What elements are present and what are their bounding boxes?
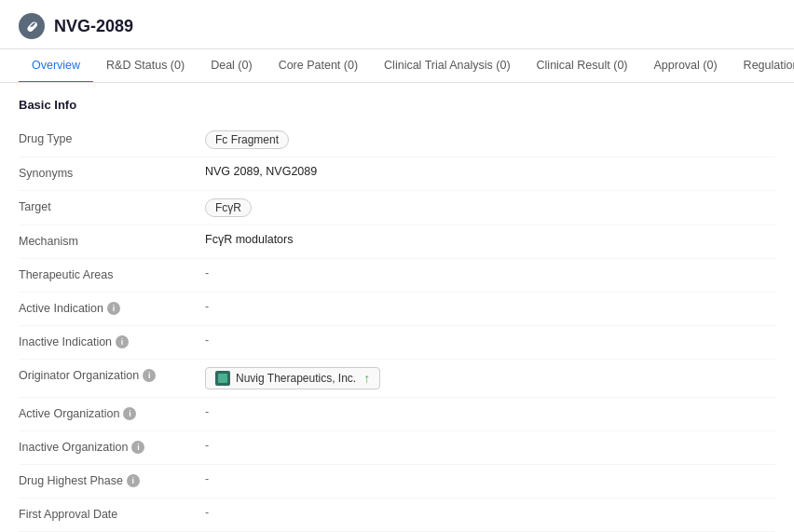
field-drug-highest-phase: Drug Highest Phase i - — [19, 465, 775, 498]
field-mechanism: Mechanism FcγR modulators — [19, 225, 775, 259]
tab-approval[interactable]: Approval (0) — [641, 49, 731, 83]
info-icon-inactive-indication[interactable]: i — [116, 335, 129, 348]
field-active-org: Active Organization i - — [19, 398, 775, 431]
field-drug-type: Drug Type Fc Fragment — [19, 123, 775, 157]
info-icon-drug-phase[interactable]: i — [127, 474, 140, 487]
tab-overview[interactable]: Overview — [19, 49, 93, 83]
value-mechanism: FcγR modulators — [205, 233, 775, 246]
field-originator-org: Originator Organization i Nuvig Therapeu… — [19, 360, 775, 398]
tab-rd-status[interactable]: R&D Status (0) — [93, 49, 198, 83]
label-drug-highest-phase: Drug Highest Phase i — [19, 472, 205, 487]
drug-type-tag[interactable]: Fc Fragment — [205, 130, 289, 149]
label-active-indication: Active Indication i — [19, 300, 205, 315]
tab-clinical-trial[interactable]: Clinical Trial Analysis (0) — [371, 49, 523, 83]
label-originator-org: Originator Organization i — [19, 367, 205, 382]
org-tag[interactable]: Nuvig Therapeutics, Inc. ↑ — [205, 367, 380, 389]
value-active-indication: - — [205, 300, 775, 313]
info-icon-active-indication[interactable]: i — [107, 302, 120, 315]
value-therapeutic-areas: - — [205, 266, 775, 280]
org-logo — [215, 371, 230, 386]
value-drug-highest-phase: - — [205, 472, 775, 485]
target-tag[interactable]: FcγR — [205, 198, 252, 217]
label-first-approval-date: First Approval Date — [19, 506, 205, 521]
tab-regulation[interactable]: Regulation (0) — [731, 49, 794, 83]
value-inactive-org: - — [205, 439, 775, 452]
value-synonyms: NVG 2089, NVG2089 — [205, 165, 775, 178]
label-drug-type: Drug Type — [19, 130, 205, 145]
field-inactive-indication: Inactive Indication i - — [19, 326, 775, 360]
drug-icon — [19, 13, 45, 39]
field-active-indication: Active Indication i - — [19, 293, 775, 326]
org-name: Nuvig Therapeutics, Inc. — [236, 372, 356, 385]
section-title: Basic Info — [19, 98, 775, 112]
field-synonyms: Synonyms NVG 2089, NVG2089 — [19, 157, 775, 191]
tab-deal[interactable]: Deal (0) — [198, 49, 265, 83]
page-header: NVG-2089 — [0, 0, 794, 49]
label-therapeutic-areas: Therapeutic Areas — [19, 266, 205, 281]
label-target: Target — [19, 198, 205, 213]
up-arrow-icon: ↑ — [363, 371, 370, 386]
org-logo-inner — [218, 374, 227, 383]
label-mechanism: Mechanism — [19, 233, 205, 248]
label-synonyms: Synonyms — [19, 165, 205, 180]
tab-core-patent[interactable]: Core Patent (0) — [266, 49, 371, 83]
tab-bar: Overview R&D Status (0) Deal (0) Core Pa… — [0, 49, 794, 83]
tab-clinical-result[interactable]: Clinical Result (0) — [524, 49, 641, 83]
label-inactive-org: Inactive Organization i — [19, 439, 205, 454]
info-icon-active-org[interactable]: i — [123, 407, 136, 420]
value-first-approval-date: - — [205, 506, 775, 519]
label-active-org: Active Organization i — [19, 405, 205, 420]
value-drug-type: Fc Fragment — [205, 130, 775, 149]
page-title: NVG-2089 — [54, 17, 133, 36]
value-originator-org: Nuvig Therapeutics, Inc. ↑ — [205, 367, 775, 389]
value-inactive-indication: - — [205, 334, 775, 347]
info-icon-inactive-org[interactable]: i — [131, 441, 144, 454]
field-inactive-org: Inactive Organization i - — [19, 431, 775, 465]
label-inactive-indication: Inactive Indication i — [19, 334, 205, 348]
info-icon-originator[interactable]: i — [143, 369, 156, 382]
value-target: FcγR — [205, 198, 775, 217]
field-first-approval-date: First Approval Date - — [19, 498, 775, 532]
field-therapeutic-areas: Therapeutic Areas - — [19, 259, 775, 293]
main-content: Basic Info Drug Type Fc Fragment Synonym… — [0, 83, 794, 532]
value-active-org: - — [205, 405, 775, 418]
field-target: Target FcγR — [19, 191, 775, 225]
